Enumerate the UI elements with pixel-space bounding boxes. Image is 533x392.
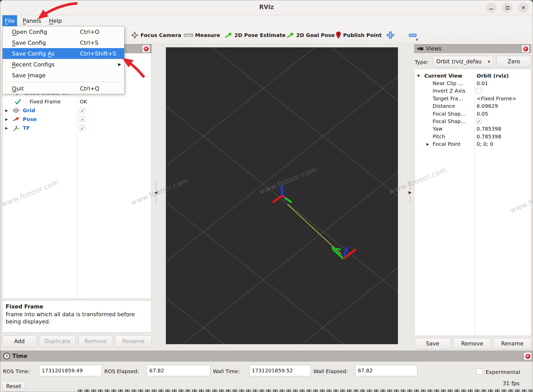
- close-icon: ✕: [525, 354, 530, 359]
- splitter-dots: [410, 181, 410, 190]
- maximize-button[interactable]: [502, 3, 513, 13]
- property-checkbox[interactable]: [476, 88, 482, 94]
- minimize-button[interactable]: [486, 3, 497, 13]
- property-value: Orbit (rviz): [477, 73, 509, 79]
- button-label: Rename: [122, 338, 144, 344]
- remove-view-button[interactable]: Remove: [453, 338, 491, 349]
- property-checkbox[interactable]: [476, 118, 482, 124]
- displays-row-fixed-frame[interactable]: Fixed FrameOK: [3, 97, 151, 106]
- menu-item-shortcut: Ctrl+O: [80, 29, 99, 35]
- file-menu-item-save-config-as[interactable]: Save Config AsCtrl+Shift+S: [3, 48, 124, 59]
- tool-label: 2D Pose Estimate: [234, 32, 286, 38]
- tool-label: 2D Goal Pose: [296, 32, 335, 38]
- property-label: Focal Point: [433, 141, 461, 147]
- rename-view-button[interactable]: Rename: [493, 338, 531, 349]
- tool-goal-pose[interactable]: 2D Goal Pose: [286, 26, 335, 44]
- description-title: Fixed Frame: [6, 304, 151, 310]
- 3d-viewport[interactable]: [166, 47, 398, 344]
- displays-row-pose[interactable]: ▶Pose: [3, 115, 151, 124]
- fps-counter: 31 fps: [503, 380, 520, 387]
- expander-icon[interactable]: ▶: [5, 126, 8, 130]
- file-menu-item-quit[interactable]: QuitCtrl+Q: [3, 83, 124, 94]
- y-axis: [285, 198, 292, 202]
- row-label: Grid: [23, 107, 35, 114]
- close-icon: ✕: [523, 46, 528, 51]
- zero-button[interactable]: Zero: [497, 56, 531, 67]
- right-splitter[interactable]: ▶: [409, 181, 412, 203]
- button-label: Add: [14, 338, 25, 344]
- expander-icon[interactable]: ▼: [417, 74, 420, 78]
- view-type-dropdown[interactable]: Orbit (rviz_defau ▼: [433, 56, 493, 67]
- collapse-right-icon[interactable]: ▶: [409, 190, 412, 195]
- remove-display-button: Remove: [78, 335, 113, 347]
- views-row-target-fra-[interactable]: Target Fra...<Fixed Frame>: [414, 95, 531, 102]
- views-row-near-clip-[interactable]: Near Clip ...0.01: [414, 79, 531, 87]
- row-checkbox[interactable]: [80, 108, 85, 113]
- file-menu-item-open-config[interactable]: Open ConfigCtrl+O: [3, 26, 124, 37]
- menu-help[interactable]: Help: [47, 15, 63, 26]
- property-label: Near Clip ...: [433, 80, 463, 86]
- displays-close-button[interactable]: ✕: [142, 45, 150, 52]
- clock-icon: [3, 352, 10, 360]
- property-value: 0.05: [477, 111, 488, 117]
- measure-icon: [184, 33, 193, 37]
- file-menu-item-save-config[interactable]: Save ConfigCtrl+S: [3, 37, 124, 48]
- reset-button-label: Reset: [6, 383, 21, 389]
- tool-remove-tool[interactable]: ▼: [409, 26, 417, 44]
- row-checkbox[interactable]: [80, 125, 85, 131]
- property-value: 0.01: [477, 80, 488, 86]
- wall-time-input[interactable]: [249, 365, 311, 376]
- views-row-yaw[interactable]: Yaw0.785398: [414, 125, 531, 133]
- wall-elapsed-input[interactable]: [355, 365, 417, 376]
- ros-elapsed-input[interactable]: [147, 365, 210, 376]
- reset-button[interactable]: Reset: [2, 381, 25, 391]
- expander-icon[interactable]: ▶: [5, 108, 8, 112]
- displays-row-grid[interactable]: ▶Grid: [3, 106, 151, 115]
- expander-icon[interactable]: ▶: [426, 142, 429, 146]
- add-display-button[interactable]: Add: [2, 335, 36, 347]
- collapse-left-icon[interactable]: ◀: [154, 190, 158, 195]
- menu-file[interactable]: File: [2, 15, 17, 26]
- time-panel-header[interactable]: Time ✕: [0, 351, 533, 361]
- tool-publish-point[interactable]: Publish Point: [336, 26, 382, 44]
- left-splitter[interactable]: ◀: [154, 181, 158, 203]
- rviz-window: RViz ✕ FilePanelsHelp Focus CameraMeasur…: [0, 0, 533, 392]
- tool-add-tool[interactable]: [386, 26, 395, 44]
- views-row-focal-point[interactable]: ▶Focal Point0; 0; 0: [414, 140, 531, 148]
- property-value: 0.785398: [477, 126, 501, 132]
- file-menu-item-save-image[interactable]: Save Image: [3, 70, 124, 81]
- tool-focus-camera[interactable]: Focus Camera: [131, 26, 181, 44]
- views-row-focal-shap-[interactable]: Focal Shap...0.05: [414, 110, 531, 117]
- save-view-button[interactable]: Save: [414, 338, 451, 349]
- views-close-button[interactable]: ✕: [522, 45, 529, 52]
- tool-label: Measure: [195, 32, 220, 38]
- displays-row-tf[interactable]: ▶TF: [3, 124, 151, 132]
- close-button[interactable]: ✕: [518, 3, 529, 13]
- time-close-button[interactable]: ✕: [524, 352, 531, 360]
- button-label: Remove: [84, 338, 106, 344]
- views-row-current-view[interactable]: ▼Current ViewOrbit (rviz): [414, 72, 531, 79]
- time-panel-title: Time: [12, 353, 27, 359]
- submenu-arrow-icon: ▶: [118, 62, 121, 67]
- views-row-distance[interactable]: Distance6.09629: [414, 102, 531, 110]
- menu-item-label: Save Image: [12, 72, 46, 79]
- button-label: Rename: [501, 341, 523, 347]
- views-row-pitch[interactable]: Pitch0.785398: [414, 133, 531, 140]
- tool-pose-estimate[interactable]: 2D Pose Estimate: [224, 26, 286, 44]
- file-menu-item-recent-configs[interactable]: Recent Configs▶: [3, 59, 124, 70]
- expander-icon[interactable]: ▶: [5, 117, 8, 121]
- x-axis: [273, 195, 282, 202]
- views-row-invert-z-axis[interactable]: Invert Z Axis: [414, 87, 531, 95]
- views-row-focal-shap-[interactable]: Focal Shap...: [414, 117, 531, 125]
- views-icon: [417, 47, 424, 51]
- display-description-box: Fixed Frame Frame into which all data is…: [2, 300, 152, 333]
- views-panel-header[interactable]: Views ✕: [414, 44, 531, 53]
- chevron-down-icon[interactable]: ▼: [416, 38, 418, 42]
- ros-time-input[interactable]: [39, 365, 102, 376]
- row-checkbox[interactable]: [80, 117, 85, 122]
- property-label: Yaw: [433, 126, 442, 132]
- experimental-checkbox[interactable]: [477, 368, 483, 375]
- menu-panels[interactable]: Panels: [21, 15, 43, 26]
- row-value: OK: [80, 99, 87, 105]
- tool-measure[interactable]: Measure: [184, 26, 220, 44]
